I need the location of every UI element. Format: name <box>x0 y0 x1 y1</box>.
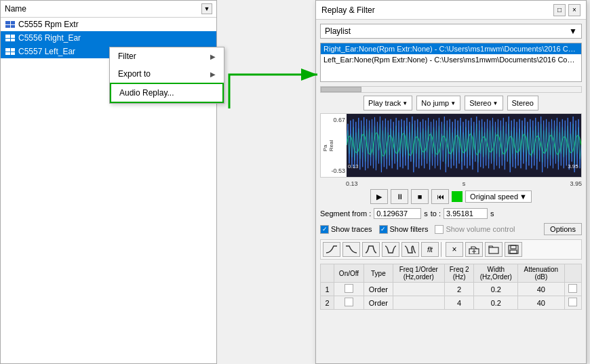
file-list-item-1-label: Left_Ear:None(Rpm Extr:None) - C:\Users\… <box>323 56 581 64</box>
filter-btn-load[interactable] <box>465 242 483 257</box>
panel-body: Playlist ▼ Right_Ear:None(Rpm Extr:None)… <box>316 20 586 314</box>
row-1-extra-checkbox[interactable] <box>568 284 577 293</box>
play-track-caret-icon: ▼ <box>402 100 408 106</box>
speed-indicator <box>452 191 463 202</box>
titlebar-buttons: □ × <box>553 4 581 16</box>
tree-item-c5556-label: C5556 Right_Ear <box>18 33 81 43</box>
show-volume-item[interactable]: Show volume control <box>435 225 515 234</box>
file-list: Right_Ear:None(Rpm Extr:None) - C:\Users… <box>320 43 582 82</box>
show-filters-checkbox[interactable]: ✓ <box>379 225 388 234</box>
filter-btn-bandpass[interactable] <box>362 242 380 257</box>
row-2-extra-checkbox[interactable] <box>568 298 577 306</box>
row-2-onoff-checkbox[interactable] <box>345 298 353 306</box>
col-header-attenuation: Attenuation(dB) <box>518 264 565 283</box>
tree-item-c5556[interactable]: C5556 Right_Ear <box>1 31 216 45</box>
y-axis: 0.67 PaReal -0.53 <box>321 114 347 177</box>
col-header-freq2: Freq 2(Hz) <box>444 264 474 283</box>
stereo2-dropdown[interactable]: Stereo <box>507 96 538 110</box>
context-menu-filter-label: Filter <box>118 52 136 61</box>
y-axis-real-label: PaReal <box>322 140 334 150</box>
row-1-freq1 <box>393 283 444 296</box>
show-traces-checkbox[interactable]: ✓ <box>320 225 329 234</box>
svg-rect-8 <box>510 250 517 254</box>
row-1-attenuation: 40 <box>518 283 565 296</box>
no-jump-label: No jump <box>421 99 449 107</box>
file-scrollbar-thumb <box>321 87 361 92</box>
playlist-label: Playlist <box>325 26 351 36</box>
row-2-extra[interactable] <box>564 296 581 310</box>
waveform-container: 0.67 PaReal -0.53 <box>320 113 582 178</box>
show-traces-item[interactable]: ✓ Show traces <box>320 225 372 234</box>
filter-btn-save[interactable] <box>505 242 522 257</box>
context-menu: Filter ▶ Export to ▶ Audio Replay... <box>109 47 224 104</box>
left-panel: Name ▼ C5555 Rpm Extr C5556 Right_Ear <box>0 0 217 364</box>
x-axis-start: 0.13 <box>346 180 358 187</box>
row-1-freq2: 2 <box>444 283 474 296</box>
file-list-item-1[interactable]: Left_Ear:None(Rpm Extr:None) - C:\Users\… <box>321 54 581 65</box>
col-header-extra <box>564 264 581 283</box>
options-button[interactable]: Options <box>544 223 582 235</box>
table-row-1: 1 Order 2 0.2 40 <box>321 283 582 296</box>
pause-button[interactable]: ⏸ <box>391 189 408 204</box>
row-1-onoff-checkbox[interactable] <box>345 284 353 293</box>
segment-from-input[interactable] <box>374 208 421 219</box>
segment-to-input[interactable] <box>444 208 488 219</box>
filter-btn-highpass[interactable] <box>342 242 360 257</box>
arrow-indicator <box>222 61 324 115</box>
octave-icon: flt <box>427 246 433 254</box>
file-list-item-0-label: Right_Ear:None(Rpm Extr:None) - C:\Users… <box>323 45 581 53</box>
rewind-button[interactable]: ⏮ <box>431 189 449 204</box>
filter-btn-folder[interactable] <box>485 242 503 257</box>
row-1-extra[interactable] <box>564 283 581 296</box>
stereo1-caret-icon: ▼ <box>493 100 498 106</box>
context-menu-audio-replay[interactable]: Audio Replay... <box>110 83 224 103</box>
show-volume-label: Show volume control <box>446 225 515 233</box>
file-list-item-0[interactable]: Right_Ear:None(Rpm Extr:None) - C:\Users… <box>321 43 581 54</box>
speed-caret-icon: ▼ <box>519 193 527 201</box>
tree-header: Name ▼ <box>1 1 216 18</box>
filter-btn-notch[interactable] <box>382 242 399 257</box>
show-volume-checkbox[interactable] <box>435 225 444 234</box>
playback-row: ▶ ⏸ ■ ⏮ Original speed ▼ <box>320 189 582 204</box>
speed-dropdown[interactable]: Original speed ▼ <box>465 190 532 203</box>
col-header-width: Width(Hz,Order) <box>474 264 518 283</box>
context-menu-audio-replay-label: Audio Replay... <box>119 88 174 98</box>
row-2-type: Order <box>364 296 393 310</box>
filter-btn-delete[interactable]: × <box>446 242 463 257</box>
no-jump-caret-icon: ▼ <box>450 100 456 106</box>
row-2-freq1 <box>393 296 444 310</box>
col-header-freq1: Freq 1/Order(Hz,order) <box>393 264 444 283</box>
stop-button[interactable]: ■ <box>411 189 429 204</box>
filter-btn-octave[interactable]: flt <box>421 242 439 257</box>
close-button[interactable]: × <box>568 4 581 16</box>
show-filters-item[interactable]: ✓ Show filters <box>379 225 429 234</box>
row-2-onoff[interactable] <box>334 296 364 310</box>
row-2-num: 2 <box>321 296 334 310</box>
row-1-width: 0.2 <box>474 283 518 296</box>
playlist-select[interactable]: Playlist ▼ <box>320 24 582 39</box>
col-header-rownum <box>321 264 334 283</box>
export-arrow-icon: ▶ <box>210 70 216 78</box>
segment-from-unit: s <box>424 209 428 218</box>
filter-btn-lowpass[interactable] <box>323 242 340 257</box>
context-menu-filter[interactable]: Filter ▶ <box>110 47 224 65</box>
minimize-button[interactable]: □ <box>553 4 566 16</box>
play-track-dropdown[interactable]: Play track ▼ <box>363 96 412 110</box>
waveform-canvas[interactable]: 0.13 3.95 <box>347 114 581 177</box>
tree-header-dropdown[interactable]: ▼ <box>201 3 212 14</box>
filter-separator-1 <box>441 242 444 257</box>
context-menu-export[interactable]: Export to ▶ <box>110 65 224 83</box>
tree-item-c5555[interactable]: C5555 Rpm Extr <box>1 18 216 31</box>
row-1-onoff[interactable] <box>334 283 364 296</box>
segment-to-label: to : <box>431 209 441 218</box>
filter-btn-v[interactable] <box>401 242 419 257</box>
svg-rect-5 <box>489 247 498 254</box>
controls-row: Play track ▼ No jump ▼ Stereo ▼ Stereo <box>320 96 582 110</box>
stereo1-dropdown[interactable]: Stereo ▼ <box>465 96 503 110</box>
row-2-attenuation: 40 <box>518 296 565 310</box>
svg-text:0.13: 0.13 <box>348 163 359 169</box>
file-scrollbar[interactable] <box>320 86 582 93</box>
delete-icon: × <box>452 245 456 254</box>
no-jump-dropdown[interactable]: No jump ▼ <box>416 96 460 110</box>
play-button[interactable]: ▶ <box>370 189 388 204</box>
